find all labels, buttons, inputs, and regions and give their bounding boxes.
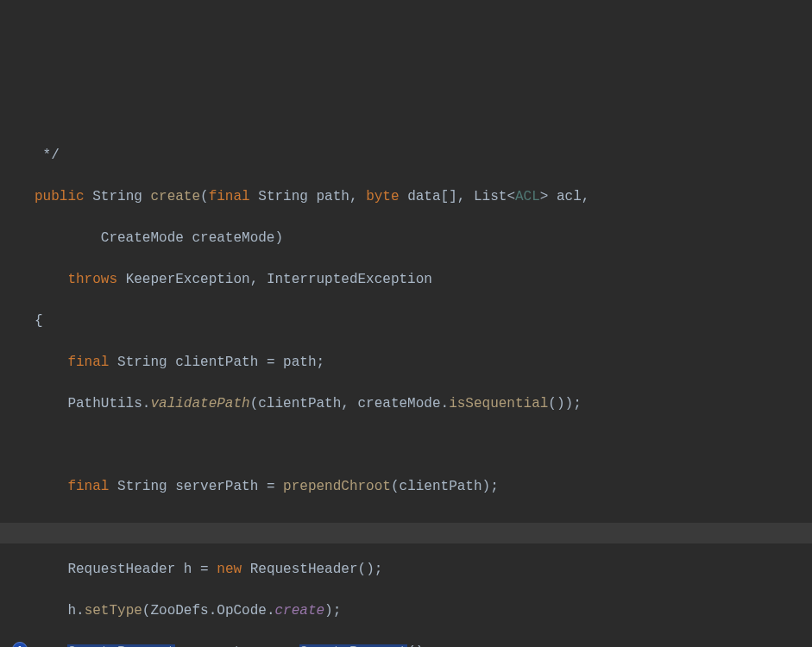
code-line: throws KeeperException, InterruptedExcep… <box>35 269 812 290</box>
code-line: 1 CreateRequest request = new CreateRequ… <box>35 642 812 647</box>
code-line: final String serverPath = prependChroot(… <box>35 476 812 497</box>
code-line: PathUtils.validatePath(clientPath, creat… <box>35 393 812 414</box>
code-line: { <box>35 311 812 331</box>
code-line: final String clientPath = path; <box>35 352 812 373</box>
code-editor[interactable]: */ public String create(final String pat… <box>0 124 812 647</box>
code-line: h.setType(ZooDefs.OpCode.create); <box>35 600 812 621</box>
code-line: public String create(final String path, … <box>35 186 812 207</box>
annotation-marker-1: 1 <box>12 642 28 647</box>
code-line <box>35 518 812 538</box>
code-line: RequestHeader h = new RequestHeader(); <box>35 559 812 580</box>
code-line: */ <box>35 145 812 166</box>
code-line: CreateMode createMode) <box>35 228 812 248</box>
code-line <box>35 435 812 455</box>
